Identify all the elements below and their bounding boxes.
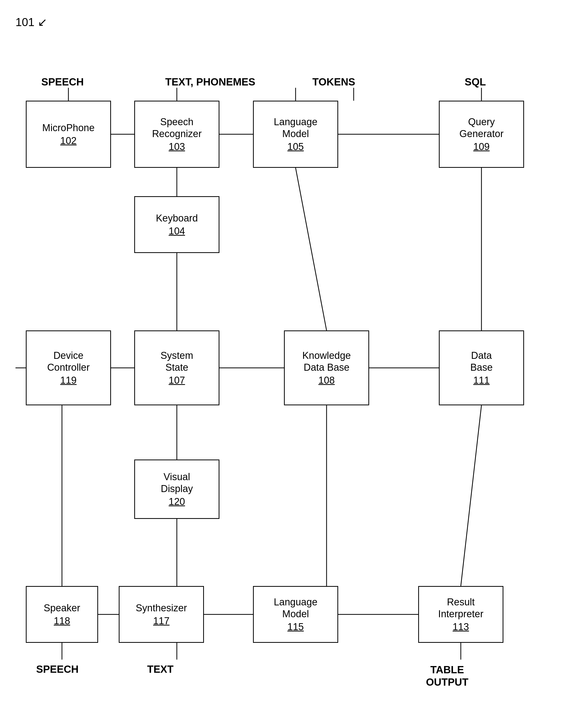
- keyboard-title: Keyboard: [156, 213, 198, 224]
- result-interpreter-title: ResultInterpreter: [438, 596, 483, 620]
- svg-line-18: [461, 405, 482, 586]
- visual-display-number: 120: [169, 496, 185, 507]
- label-speech-bottom: SPEECH: [36, 664, 79, 675]
- speaker-number: 118: [54, 616, 70, 627]
- knowledge-database-title: KnowledgeData Base: [302, 350, 351, 373]
- label-tokens: TOKENS: [312, 76, 355, 88]
- svg-line-10: [296, 168, 327, 330]
- result-interpreter-box: ResultInterpreter 113: [418, 586, 503, 643]
- keyboard-number: 104: [169, 226, 185, 237]
- label-text-bottom: TEXT: [147, 664, 174, 675]
- knowledge-database-box: KnowledgeData Base 108: [284, 330, 369, 405]
- language-model-bottom-box: LanguageModel 115: [253, 586, 338, 643]
- database-title: DataBase: [470, 350, 493, 373]
- system-state-title: SystemState: [161, 350, 193, 373]
- speech-recognizer-box: SpeechRecognizer 103: [134, 101, 220, 168]
- speech-recognizer-title: SpeechRecognizer: [152, 116, 202, 140]
- language-model-top-title: LanguageModel: [274, 116, 317, 140]
- speaker-title: Speaker: [44, 602, 80, 614]
- system-state-box: SystemState 107: [134, 330, 220, 405]
- visual-display-box: VisualDisplay 120: [134, 459, 220, 519]
- label-text-phonemes: TEXT, PHONEMES: [165, 76, 255, 88]
- label-table-output: TABLEOUTPUT: [426, 664, 468, 688]
- database-number: 111: [473, 375, 490, 386]
- system-state-number: 107: [169, 375, 185, 386]
- label-speech-top: SPEECH: [41, 76, 84, 88]
- label-sql: SQL: [465, 76, 486, 88]
- speaker-box: Speaker 118: [26, 586, 98, 643]
- query-generator-number: 109: [473, 141, 490, 152]
- device-controller-title: DeviceController: [47, 350, 90, 373]
- language-model-top-box: LanguageModel 105: [253, 101, 338, 168]
- language-model-top-number: 105: [287, 141, 304, 152]
- keyboard-box: Keyboard 104: [134, 196, 220, 253]
- language-model-bottom-number: 115: [287, 621, 304, 633]
- microphone-box: MicroPhone 102: [26, 101, 111, 168]
- ref-label: 101 ↙: [15, 15, 47, 29]
- synthesizer-box: Synthesizer 117: [119, 586, 204, 643]
- query-generator-title: QueryGenerator: [459, 116, 503, 140]
- microphone-title: MicroPhone: [42, 122, 95, 134]
- device-controller-number: 119: [60, 375, 76, 386]
- synthesizer-number: 117: [153, 616, 169, 627]
- microphone-number: 102: [60, 135, 76, 146]
- result-interpreter-number: 113: [453, 621, 469, 633]
- speech-recognizer-number: 103: [169, 141, 185, 152]
- language-model-bottom-title: LanguageModel: [274, 596, 317, 620]
- visual-display-title: VisualDisplay: [161, 471, 193, 495]
- database-box: DataBase 111: [439, 330, 524, 405]
- diagram: 101 ↙: [0, 0, 570, 728]
- query-generator-box: QueryGenerator 109: [439, 101, 524, 168]
- synthesizer-title: Synthesizer: [136, 602, 187, 614]
- knowledge-database-number: 108: [318, 375, 335, 386]
- device-controller-box: DeviceController 119: [26, 330, 111, 405]
